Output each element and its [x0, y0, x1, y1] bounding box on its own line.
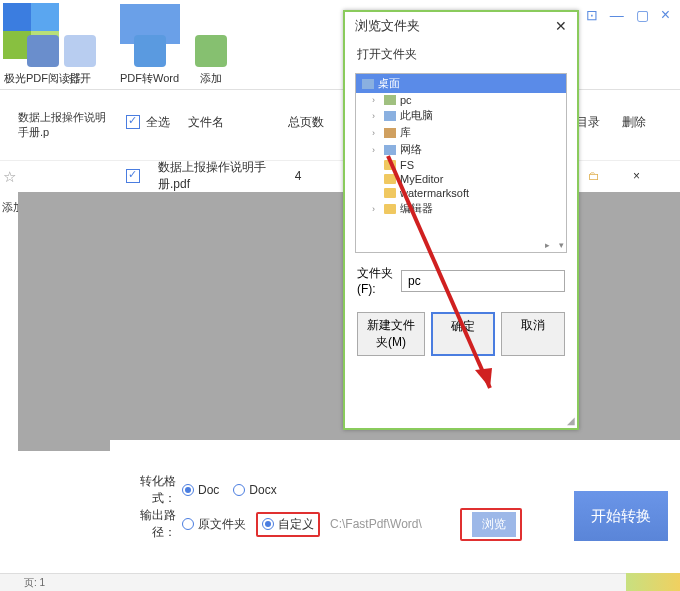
dialog-titlebar: 浏览文件夹 ✕ [345, 12, 577, 40]
logo-icon [3, 3, 59, 31]
page-indicator: 页: 1 [24, 576, 45, 590]
breadcrumb-tab[interactable]: 数据上报操作说明手册.p [18, 110, 113, 140]
tree-item-myeditor[interactable]: MyEditor [356, 172, 566, 186]
docx-label: Docx [249, 483, 276, 497]
dialog-close-icon[interactable]: ✕ [555, 18, 567, 34]
tree-item-network[interactable]: ›网络 [356, 141, 566, 158]
radio-origfolder[interactable] [182, 518, 194, 530]
decoration-icon [626, 573, 680, 591]
folder-input[interactable] [401, 270, 565, 292]
status-bar: 页: 1 [0, 573, 680, 591]
tree-label: 编辑器 [400, 201, 433, 216]
output-label: 输出路径： [120, 507, 176, 541]
toword-label: PDF转Word [120, 72, 179, 84]
format-label: 转化格式： [120, 473, 176, 507]
select-all-label: 全选 [146, 114, 170, 131]
new-folder-button[interactable]: 新建文件夹(M) [357, 312, 425, 356]
output-path: C:\FastPdf\Word\ [330, 517, 460, 531]
col-filename: 文件名 [188, 114, 288, 131]
browse-button[interactable]: 浏览 [472, 512, 516, 537]
minimize-icon[interactable]: — [610, 7, 624, 23]
browse-highlight: 浏览 [460, 508, 522, 541]
add-button[interactable]: 添加 [195, 35, 227, 86]
close-icon[interactable]: × [661, 6, 670, 24]
file-pages: 4 [278, 169, 318, 183]
tree-root-label: 桌面 [378, 76, 400, 91]
tree-label: pc [400, 94, 412, 106]
resize-grip-icon[interactable]: ◢ [567, 415, 575, 426]
start-convert-button[interactable]: 开始转换 [574, 491, 668, 541]
dialog-title: 浏览文件夹 [355, 17, 420, 35]
row-checkbox[interactable] [126, 169, 140, 183]
cancel-button[interactable]: 取消 [501, 312, 565, 356]
custom-highlight: 自定义 [256, 512, 320, 537]
tree-item-libs[interactable]: ›库 [356, 124, 566, 141]
folder-label: 文件夹(F): [357, 265, 395, 296]
dialog-subtitle: 打开文件夹 [345, 40, 577, 67]
toword-button[interactable]: PDF转Word [120, 35, 179, 86]
maximize-icon[interactable]: ▢ [636, 7, 649, 23]
tree-item-pc[interactable]: ›pc [356, 93, 566, 107]
tree-label: watermarksoft [400, 187, 469, 199]
feedback-icon[interactable]: ⊡ [586, 7, 598, 23]
tree-label: 网络 [400, 142, 422, 157]
folder-name-row: 文件夹(F): [345, 259, 577, 302]
radio-docx[interactable] [233, 484, 245, 496]
tree-item-thispc[interactable]: ›此电脑 [356, 107, 566, 124]
ok-button[interactable]: 确定 [431, 312, 495, 356]
browse-folder-dialog: 浏览文件夹 ✕ 打开文件夹 桌面 ›pc ›此电脑 ›库 ›网络 FS MyEd… [343, 10, 579, 430]
tree-label: FS [400, 159, 414, 171]
bottom-panel: 转化格式： Doc Docx 输出路径： 原文件夹 自定义 C:\FastPdf… [120, 473, 674, 573]
radio-doc[interactable] [182, 484, 194, 496]
radio-custom[interactable] [262, 518, 274, 530]
file-name: 数据上报操作说明手册.pdf [158, 159, 278, 193]
col-delete: 删除 [622, 114, 646, 131]
tree-item-watermarksoft[interactable]: watermarksoft [356, 186, 566, 200]
tree-label: 此电脑 [400, 108, 433, 123]
open-button[interactable]: 打开 [64, 35, 96, 86]
select-all-checkbox[interactable] [126, 115, 140, 129]
origfolder-label: 原文件夹 [198, 516, 246, 533]
tree-item-fs[interactable]: FS [356, 158, 566, 172]
scroll-down-icon[interactable]: ▾ [559, 240, 564, 250]
open-folder-icon[interactable]: 🗀 [588, 169, 600, 183]
tree-label: MyEditor [400, 173, 443, 185]
tree-root[interactable]: 桌面 [356, 74, 566, 93]
window-controls: ⊡ — ▢ × [586, 6, 670, 24]
folder-tree[interactable]: 桌面 ›pc ›此电脑 ›库 ›网络 FS MyEditor watermark… [355, 73, 567, 253]
scroll-right-icon[interactable]: ▸ [545, 240, 550, 250]
custom-label: 自定义 [278, 516, 314, 533]
dialog-button-row: 新建文件夹(M) 确定 取消 [345, 302, 577, 364]
tree-label: 库 [400, 125, 411, 140]
add-label: 添加 [200, 72, 222, 84]
delete-row-icon[interactable]: × [633, 169, 640, 183]
open-label: 打开 [69, 72, 91, 84]
tree-item-editor[interactable]: ›编辑器 [356, 200, 566, 217]
doc-label: Doc [198, 483, 219, 497]
